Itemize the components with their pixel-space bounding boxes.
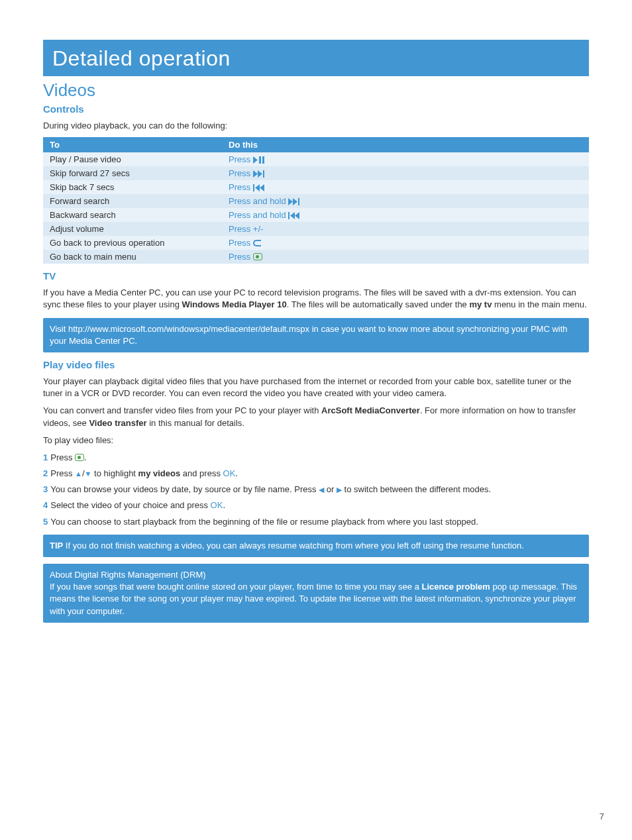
svg-rect-6 — [253, 184, 254, 191]
svg-rect-2 — [262, 156, 264, 164]
cell-action: Press — [222, 236, 589, 250]
svg-rect-5 — [263, 170, 264, 178]
play-para1: Your player can playback digital video f… — [43, 376, 589, 399]
arrow-left-icon: ◀ — [319, 486, 324, 494]
svg-marker-4 — [258, 170, 262, 178]
svg-rect-12 — [288, 212, 290, 219]
media-center-icon — [253, 253, 262, 260]
table-row: Play / Pause video Press — [43, 152, 589, 166]
cell-action: Press — [222, 250, 589, 264]
svg-marker-13 — [290, 212, 295, 219]
svg-marker-3 — [253, 170, 258, 178]
table-row: Adjust volume Press +/- — [43, 222, 589, 236]
media-center-icon — [75, 454, 84, 461]
table-row: Go back to previous operation Press — [43, 236, 589, 250]
cell-to: Backward search — [43, 208, 222, 222]
step-5: 5You can choose to start playback from t… — [43, 516, 589, 528]
page-number: 7 — [600, 812, 604, 821]
svg-rect-1 — [259, 156, 261, 164]
subsection-tv: TV — [43, 270, 589, 282]
col-to: To — [43, 137, 222, 152]
skip-back-icon — [288, 212, 300, 219]
arrow-right-icon: ▶ — [337, 486, 342, 494]
play-para3: To play video files: — [43, 435, 589, 446]
play-steps: 1Press . 2Press ▲/▼ to highlight my vide… — [43, 452, 589, 528]
back-icon — [253, 240, 261, 246]
skip-back-icon — [253, 184, 265, 191]
arrow-down-icon: ▼ — [85, 470, 92, 478]
play-pause-icon — [253, 156, 265, 164]
cell-to: Forward search — [43, 194, 222, 208]
cell-to: Go back to main menu — [43, 250, 222, 264]
col-dothis: Do this — [222, 137, 589, 152]
table-row: Skip forward 27 secs Press — [43, 166, 589, 180]
cell-action: Press — [222, 180, 589, 194]
cell-action: Press — [222, 166, 589, 180]
cell-action: Press and hold — [222, 208, 589, 222]
cell-to: Skip forward 27 secs — [43, 166, 222, 180]
subsection-controls: Controls — [43, 103, 589, 115]
step-2: 2Press ▲/▼ to highlight my videos and pr… — [43, 468, 589, 480]
tv-callout: Visit http://www.microsoft.com/windowsxp… — [43, 318, 589, 352]
cell-action: Press and hold — [222, 194, 589, 208]
tip-callout: TIP If you do not finish watching a vide… — [43, 535, 589, 557]
cell-to: Skip back 7 secs — [43, 180, 222, 194]
skip-forward-icon — [253, 170, 265, 178]
controls-intro: During video playback, you can do the fo… — [43, 120, 589, 132]
step-4: 4Select the video of your choice and pre… — [43, 499, 589, 511]
cell-action: Press — [222, 152, 589, 166]
table-row: Go back to main menu Press — [43, 250, 589, 264]
svg-marker-10 — [293, 198, 297, 205]
drm-callout: About Digital Rights Management (DRM) If… — [43, 564, 589, 623]
controls-table: To Do this Play / Pause video Press Skip… — [43, 137, 589, 264]
svg-rect-11 — [298, 198, 299, 205]
svg-marker-7 — [255, 184, 260, 191]
svg-marker-14 — [295, 212, 299, 219]
step-3: 3You can browse your videos by date, by … — [43, 484, 589, 496]
subsection-play-video-files: Play video files — [43, 359, 589, 370]
cell-action: Press +/- — [222, 222, 589, 236]
arrow-up-icon: ▲ — [75, 470, 82, 478]
step-1: 1Press . — [43, 452, 589, 464]
tv-paragraph: If you have a Media Center PC, you can u… — [43, 287, 589, 311]
cell-to: Adjust volume — [43, 222, 222, 236]
svg-marker-9 — [288, 198, 293, 205]
cell-to: Play / Pause video — [43, 152, 222, 166]
svg-marker-8 — [260, 184, 264, 191]
cell-to: Go back to previous operation — [43, 236, 222, 250]
play-para2: You can convert and transfer video files… — [43, 405, 589, 429]
skip-forward-icon — [288, 198, 300, 205]
table-row: Forward search Press and hold — [43, 194, 589, 208]
table-row: Skip back 7 secs Press — [43, 180, 589, 194]
section-videos: Videos — [43, 80, 589, 101]
svg-marker-0 — [253, 156, 258, 164]
plus-minus-icon: +/- — [253, 224, 264, 234]
table-row: Backward search Press and hold — [43, 208, 589, 222]
page-title-banner: Detailed operation — [43, 40, 589, 76]
